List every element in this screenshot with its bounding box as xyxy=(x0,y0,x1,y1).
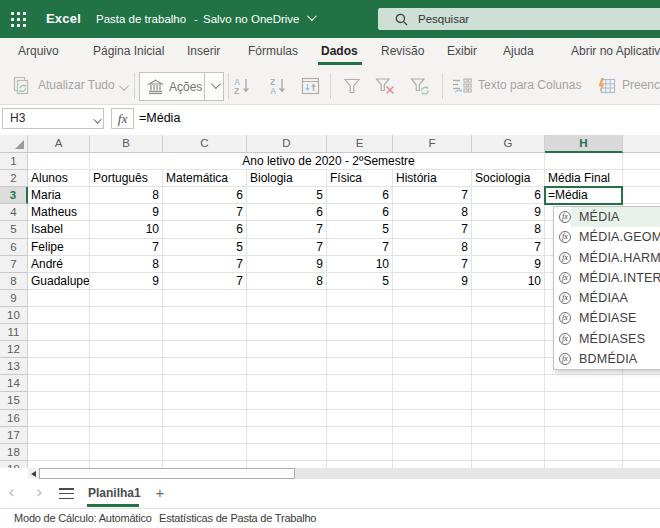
row-header-7[interactable]: 7 xyxy=(0,256,28,273)
cell-H14[interactable] xyxy=(545,375,623,392)
insert-function-button[interactable]: fx xyxy=(111,108,134,129)
cell-F2-header[interactable]: História xyxy=(393,170,472,187)
column-header-D[interactable]: D xyxy=(247,135,327,153)
flash-fill-button[interactable]: Preenchimento Relâmpago xyxy=(622,67,660,105)
cell-C10[interactable] xyxy=(163,307,247,324)
actions-dropdown-button[interactable] xyxy=(204,73,223,100)
autocomplete-item-m-dia-harm-nica[interactable]: fxMÉDIA.HARMÔNICA xyxy=(554,248,660,268)
sort-descending-icon[interactable]: Z A xyxy=(269,77,288,95)
row-header-15[interactable]: 15 xyxy=(0,392,28,410)
cell-I16[interactable] xyxy=(623,410,660,427)
column-header-B[interactable]: B xyxy=(90,135,163,153)
app-launcher-waffle-icon[interactable] xyxy=(11,12,26,27)
cell-E19[interactable] xyxy=(327,461,393,468)
column-header-F[interactable]: F xyxy=(393,135,472,153)
column-header-E[interactable]: E xyxy=(327,135,393,153)
cell-I2[interactable] xyxy=(623,170,660,187)
cell-A3-student-name[interactable]: Maria xyxy=(28,187,90,204)
cell-A1[interactable] xyxy=(28,153,90,170)
cell-C16[interactable] xyxy=(163,410,247,427)
cell-E6-grade[interactable]: 7 xyxy=(327,239,393,256)
cell-C11[interactable] xyxy=(163,324,247,341)
cell-D18[interactable] xyxy=(247,444,327,461)
cell-C5-grade[interactable]: 6 xyxy=(163,221,247,239)
cell-E3-grade[interactable]: 6 xyxy=(327,187,393,204)
actions-split-button[interactable]: Ações xyxy=(139,72,224,101)
menu-item-ajuda[interactable]: Ajuda xyxy=(503,38,534,67)
autocomplete-item-m-diaa[interactable]: fxMÉDIAA xyxy=(554,288,660,308)
cell-F11[interactable] xyxy=(393,324,472,341)
cell-G16[interactable] xyxy=(472,410,545,427)
autocomplete-item-m-diase[interactable]: fxMÉDIASE xyxy=(554,308,660,328)
cell-E9[interactable] xyxy=(327,290,393,307)
all-sheets-menu-icon[interactable] xyxy=(59,488,74,499)
cell-F17[interactable] xyxy=(393,427,472,444)
column-header-G[interactable]: G xyxy=(472,135,545,153)
menu-item-p-gina-inicial[interactable]: Página Inicial xyxy=(93,38,164,67)
cell-A17[interactable] xyxy=(28,427,90,444)
menu-item-revis-o[interactable]: Revisão xyxy=(381,38,424,67)
cell-D17[interactable] xyxy=(247,427,327,444)
cell-F18[interactable] xyxy=(393,444,472,461)
text-to-columns-button[interactable]: Texto para Colunas xyxy=(478,67,581,105)
cell-I14[interactable] xyxy=(623,375,660,392)
cell-D15[interactable] xyxy=(247,392,327,410)
cell-B5-grade[interactable]: 10 xyxy=(90,221,163,239)
cell-B15[interactable] xyxy=(90,392,163,410)
cell-E15[interactable] xyxy=(327,392,393,410)
cell-E10[interactable] xyxy=(327,307,393,324)
save-status[interactable]: Salvo no OneDrive xyxy=(203,0,314,38)
cell-D3-grade[interactable]: 5 xyxy=(247,187,327,204)
cell-A14[interactable] xyxy=(28,375,90,392)
row-header-6[interactable]: 6 xyxy=(0,239,28,256)
cell-F12[interactable] xyxy=(393,341,472,358)
cell-D7-grade[interactable]: 9 xyxy=(247,256,327,273)
cell-A18[interactable] xyxy=(28,444,90,461)
cell-D2-header[interactable]: Biologia xyxy=(247,170,327,187)
name-box[interactable]: H3 xyxy=(2,108,104,129)
cell-B3-grade[interactable]: 8 xyxy=(90,187,163,204)
cell-G14[interactable] xyxy=(472,375,545,392)
sort-ascending-icon[interactable]: A Z xyxy=(233,77,252,95)
cell-D19[interactable] xyxy=(247,461,327,468)
cell-I17[interactable] xyxy=(623,427,660,444)
row-header-5[interactable]: 5 xyxy=(0,221,28,239)
cell-F15[interactable] xyxy=(393,392,472,410)
cell-H19[interactable] xyxy=(545,461,623,468)
cell-F6-grade[interactable]: 8 xyxy=(393,239,472,256)
custom-sort-icon[interactable] xyxy=(301,77,320,95)
autocomplete-item-m-dia[interactable]: fxMÉDIA xyxy=(554,207,660,227)
cell-F4-grade[interactable]: 8 xyxy=(393,204,472,221)
cell-E12[interactable] xyxy=(327,341,393,358)
cell-B17[interactable] xyxy=(90,427,163,444)
autocomplete-item-bdm-dia[interactable]: fxBDMÉDIA xyxy=(554,349,660,369)
cell-G10[interactable] xyxy=(472,307,545,324)
cell-E18[interactable] xyxy=(327,444,393,461)
cell-B1-merged-title[interactable]: Ano letivo de 2020 - 2ºSemestre xyxy=(90,153,545,170)
cell-D14[interactable] xyxy=(247,375,327,392)
add-sheet-button[interactable]: + xyxy=(149,479,171,508)
next-sheet-button[interactable]: › xyxy=(36,479,43,508)
cell-G7-grade[interactable]: 9 xyxy=(472,256,545,273)
cell-B12[interactable] xyxy=(90,341,163,358)
scroll-left-button[interactable] xyxy=(28,468,39,479)
cell-G6-grade[interactable]: 7 xyxy=(472,239,545,256)
autocomplete-item-m-dia-interna[interactable]: fxMÉDIA.INTERNA xyxy=(554,268,660,288)
row-header-8[interactable]: 8 xyxy=(0,273,28,290)
cell-H18[interactable] xyxy=(545,444,623,461)
row-header-19[interactable]: 19 xyxy=(0,461,28,468)
cell-G11[interactable] xyxy=(472,324,545,341)
cell-G19[interactable] xyxy=(472,461,545,468)
calc-mode-status[interactable]: Modo de Cálculo: Automático xyxy=(14,509,152,528)
cell-B10[interactable] xyxy=(90,307,163,324)
refresh-all-button[interactable]: Atualizar Tudo xyxy=(38,67,115,105)
cell-A15[interactable] xyxy=(28,392,90,410)
cell-A8-student-name[interactable]: Guadalupe xyxy=(28,273,90,290)
cell-A2-header[interactable]: Alunos xyxy=(28,170,90,187)
menu-item-exibir[interactable]: Exibir xyxy=(447,38,477,67)
cell-H17[interactable] xyxy=(545,427,623,444)
cell-D11[interactable] xyxy=(247,324,327,341)
cell-B6-grade[interactable]: 7 xyxy=(90,239,163,256)
cell-A19[interactable] xyxy=(28,461,90,468)
reapply-filter-icon[interactable] xyxy=(410,77,431,95)
